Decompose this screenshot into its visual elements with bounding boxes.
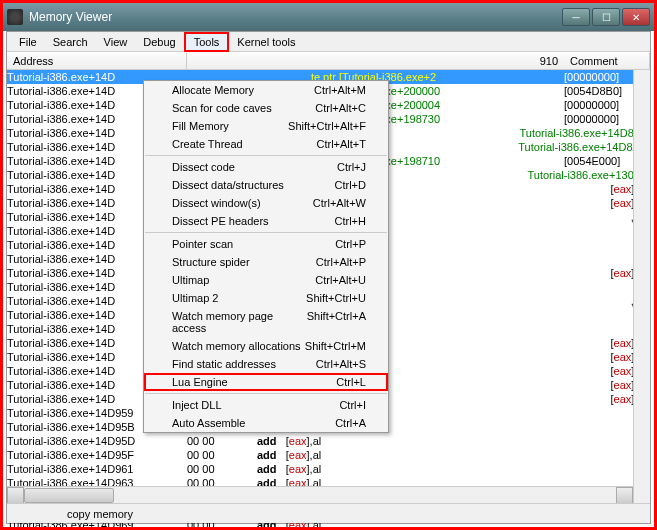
operand: [eax],al [286,448,322,462]
menu-item-dissect-data-structures[interactable]: Dissect data/structuresCtrl+D [144,176,388,194]
menubar[interactable]: FileSearchViewDebugToolsKernel tools [7,32,650,52]
disasm-row[interactable]: Tutorial-i386.exe+14D95F00 00add [eax],a… [7,448,650,462]
operand: Tutorial-i386.exe+14D8A0 [518,140,646,154]
window-buttons: ─ ☐ ✕ [562,8,650,26]
menu-item-scan-for-code-caves[interactable]: Scan for code cavesCtrl+Alt+C [144,99,388,117]
menu-debug[interactable]: Debug [135,34,183,50]
mnemonic: add [257,434,286,448]
scroll-left-arrow-icon[interactable] [7,487,24,504]
address-cell: Tutorial-i386.exe+14D961 [7,462,187,476]
bytes-cell: 00 00 [187,462,257,476]
menu-tools[interactable]: Tools [184,32,230,52]
menu-view[interactable]: View [96,34,136,50]
column-headers: Address 910 Comment [7,52,650,70]
disasm-row[interactable]: Tutorial-i386.exe+14D95D00 00add [eax],a… [7,434,650,448]
menu-kernel-tools[interactable]: Kernel tools [229,34,303,50]
menu-item-watch-memory-page-access[interactable]: Watch memory page accessShift+Ctrl+A [144,307,388,337]
menu-item-watch-memory-allocations[interactable]: Watch memory allocationsShift+Ctrl+M [144,337,388,355]
menu-search[interactable]: Search [45,34,96,50]
header-comment[interactable]: Comment [564,53,650,69]
scroll-thumb[interactable] [24,488,114,503]
horizontal-scrollbar[interactable] [7,486,633,503]
vertical-scrollbar[interactable] [633,70,650,503]
menu-item-find-static-addresses[interactable]: Find static addressesCtrl+Alt+S [144,355,388,373]
menu-separator [145,393,387,394]
mnemonic: add [257,462,286,476]
menu-item-lua-engine[interactable]: Lua EngineCtrl+L [144,373,388,391]
disasm-row[interactable]: Tutorial-i386.exe+14D96100 00add [eax],a… [7,462,650,476]
menu-item-ultimap-2[interactable]: Ultimap 2Shift+Ctrl+U [144,289,388,307]
menu-item-ultimap[interactable]: UltimapCtrl+Alt+U [144,271,388,289]
menu-item-structure-spider[interactable]: Structure spiderCtrl+Alt+P [144,253,388,271]
menu-file[interactable]: File [11,34,45,50]
address-cell: Tutorial-i386.exe+14D95D [7,434,187,448]
menu-item-pointer-scan[interactable]: Pointer scanCtrl+P [144,235,388,253]
memory-viewer-window: Memory Viewer ─ ☐ ✕ FileSearchViewDebugT… [0,0,657,530]
close-button[interactable]: ✕ [622,8,650,26]
menu-separator [145,232,387,233]
titlebar[interactable]: Memory Viewer ─ ☐ ✕ [3,3,654,31]
menu-separator [145,155,387,156]
bytes-cell: 00 00 [187,448,257,462]
operand: [eax],al [286,434,322,448]
scroll-right-arrow-icon[interactable] [616,487,633,504]
maximize-button[interactable]: ☐ [592,8,620,26]
menu-item-dissect-window-s-[interactable]: Dissect window(s)Ctrl+Alt+W [144,194,388,212]
window-title: Memory Viewer [29,10,562,24]
address-cell: Tutorial-i386.exe+14D95F [7,448,187,462]
menu-item-dissect-pe-headers[interactable]: Dissect PE headersCtrl+H [144,212,388,230]
menu-item-fill-memory[interactable]: Fill MemoryShift+Ctrl+Alt+F [144,117,388,135]
mnemonic: add [257,448,286,462]
status-text: copy memory [67,508,133,520]
statusbar: copy memory [7,503,650,523]
menu-item-dissect-code[interactable]: Dissect codeCtrl+J [144,158,388,176]
operand: Tutorial-i386.exe+13050 [527,168,646,182]
operand: Tutorial-i386.exe+14D890 [520,126,646,140]
minimize-button[interactable]: ─ [562,8,590,26]
app-icon [7,9,23,25]
menu-item-allocate-memory[interactable]: Allocate MemoryCtrl+Alt+M [144,81,388,99]
header-address[interactable]: Address [7,53,187,69]
header-topright: 910 [534,53,564,69]
menu-item-inject-dll[interactable]: Inject DLLCtrl+I [144,396,388,414]
operand: [eax],al [286,462,322,476]
bytes-cell: 00 00 [187,434,257,448]
content-area: FileSearchViewDebugToolsKernel tools Add… [6,31,651,524]
tools-menu[interactable]: Allocate MemoryCtrl+Alt+MScan for code c… [143,80,389,433]
menu-item-create-thread[interactable]: Create ThreadCtrl+Alt+T [144,135,388,153]
menu-item-auto-assemble[interactable]: Auto AssembleCtrl+A [144,414,388,432]
